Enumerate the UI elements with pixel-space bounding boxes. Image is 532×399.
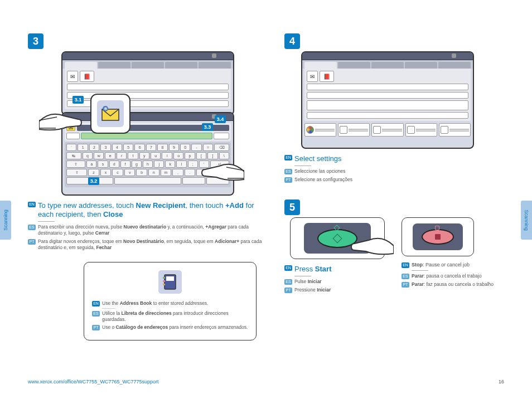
keyboard-key[interactable]: d	[109, 160, 119, 168]
keyboard-key[interactable]: a	[86, 160, 96, 168]
keyboard-key[interactable]: c	[112, 169, 123, 176]
keyboard-key[interactable]: 0	[180, 144, 190, 151]
callout-new-recipient: ✻	[90, 94, 130, 134]
keyboard-key[interactable]: o	[173, 152, 183, 159]
icon-btn[interactable]: ✉	[307, 71, 318, 82]
support-url[interactable]: www.xerox.com/office/WC7755_WC7765_WC777…	[28, 379, 158, 385]
keyboard-key[interactable]: ,	[172, 169, 183, 176]
keyboard-key[interactable]: l	[176, 160, 186, 168]
keyboard-key[interactable]: k	[165, 160, 175, 168]
address-book-infobox: ENUse the Address Book to enter stored a…	[84, 262, 257, 340]
keyboard-key[interactable]: n	[148, 169, 159, 176]
keyboard-key[interactable]: m	[161, 169, 172, 176]
settings-option-row[interactable]	[304, 123, 471, 137]
keyboard-key[interactable]: e	[105, 152, 115, 159]
keyboard-key[interactable]: 2	[89, 144, 99, 151]
keyboard-key[interactable]: s	[98, 160, 108, 168]
keyboard-key[interactable]: 7	[146, 144, 156, 151]
svg-rect-7	[163, 284, 165, 285]
keyboard-key[interactable]: b	[136, 169, 147, 176]
keyboard-key[interactable]: p	[185, 152, 195, 159]
addressbook-icon[interactable]: 📕	[80, 71, 94, 82]
keyboard-key[interactable]: f	[120, 160, 130, 168]
keyboard-key[interactable]: =	[203, 144, 213, 151]
keyboard-key[interactable]: x	[100, 169, 112, 176]
side-tab-right: Scanning	[521, 201, 532, 240]
keyboard-key[interactable]: z	[88, 169, 99, 176]
keyboard-key[interactable]: ⌫	[214, 144, 229, 151]
substep-33-badge: 3.3	[202, 123, 213, 131]
hand-pointer-2	[194, 155, 244, 189]
keyboard-key[interactable]: u	[151, 152, 161, 159]
svg-text:✻: ✻	[104, 106, 108, 111]
stop-button-panel	[402, 217, 474, 256]
substep-31-badge: 3.1	[72, 96, 84, 104]
substep-34-badge: 3.4	[215, 115, 226, 123]
keyboard-key[interactable]: h	[143, 160, 153, 168]
icon-btn[interactable]: 📕	[320, 71, 334, 82]
keyboard-key[interactable]: j	[154, 160, 164, 168]
lang-badge-en: EN	[28, 202, 36, 207]
keyboard-key[interactable]: w	[94, 152, 104, 159]
keyboard-key[interactable]: y	[139, 152, 149, 159]
keyboard-key[interactable]: v	[124, 169, 136, 176]
lang-badge-pt: PT	[28, 239, 36, 245]
start-button-panel	[290, 217, 385, 259]
keyboard-key[interactable]: i	[162, 152, 172, 159]
keyboard-key[interactable]: 3	[100, 144, 110, 151]
side-tab-label: Scanning	[3, 210, 8, 231]
page-number: 16	[499, 379, 504, 385]
step-3-badge: 3	[28, 33, 43, 49]
side-tab-left: Scanning	[0, 201, 11, 240]
page-footer: www.xerox.com/office/WC7755_WC7765_WC777…	[28, 379, 504, 385]
keyboard-key[interactable]: q	[83, 152, 93, 159]
keyboard-key[interactable]: 1	[78, 144, 88, 151]
address-book-icon	[158, 270, 182, 294]
lang-badge-es: ES	[28, 225, 36, 230]
keyboard-key[interactable]: r	[117, 152, 127, 159]
keyboard-key[interactable]: 5	[123, 144, 133, 151]
step4-instructions: ENSelect settings ESSeleccione las opcio…	[284, 154, 507, 183]
keyboard-key[interactable]: `	[66, 144, 76, 151]
stop-button[interactable]	[422, 229, 454, 245]
keyboard-key[interactable]: g	[132, 160, 142, 168]
keyboard-key[interactable]: 4	[112, 144, 122, 151]
keyboard-key[interactable]: -	[191, 144, 201, 151]
screen-mockup-4: ✉ 📕	[301, 51, 474, 149]
step-5-badge: 5	[284, 199, 300, 215]
step3-instructions: EN To type new addresses, touch New Reci…	[28, 201, 262, 251]
side-tab-label-r: Scanning	[524, 210, 529, 231]
keyboard-key[interactable]: 8	[157, 144, 167, 151]
svg-rect-6	[163, 280, 165, 282]
new-recipient-icon[interactable]: ✉	[67, 71, 78, 82]
svg-rect-5	[163, 277, 165, 279]
keyboard-key[interactable]: 6	[134, 144, 144, 151]
hand-pointer-1	[39, 105, 89, 139]
keyboard-key[interactable]: 9	[169, 144, 179, 151]
keyboard-key[interactable]: t	[128, 152, 138, 159]
step-4-badge: 4	[284, 33, 300, 49]
substep-32-badge: 3.2	[88, 177, 99, 185]
hand-pointer-3	[344, 229, 388, 264]
svg-rect-4	[166, 276, 174, 281]
